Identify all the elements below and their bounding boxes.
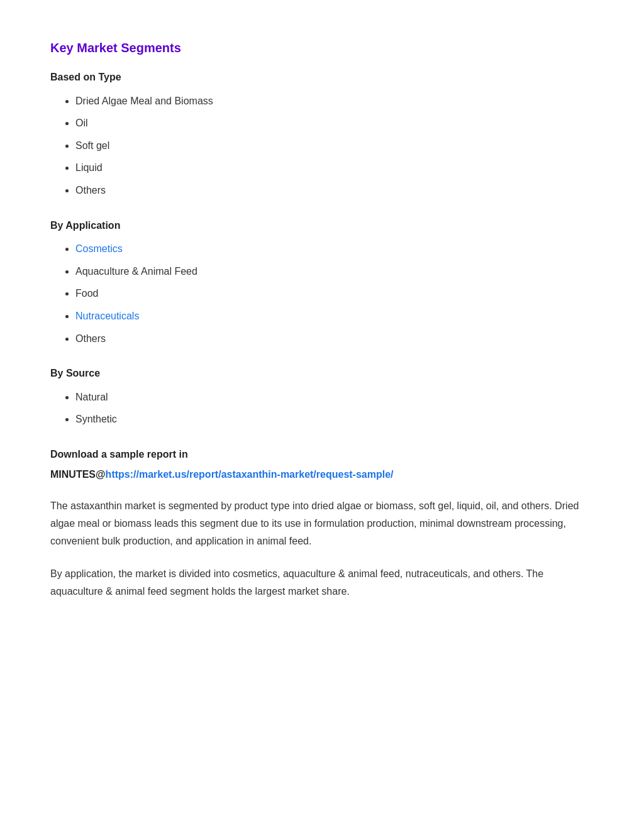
download-section: Download a sample report in MINUTES@http… — [50, 446, 594, 482]
download-prefix: MINUTES@ — [50, 469, 106, 480]
by-application-list: Cosmetics Aquaculture & Animal Feed Food… — [50, 241, 594, 346]
by-source-list: Natural Synthetic — [50, 389, 594, 428]
based-on-type-section: Based on Type Dried Algae Meal and Bioma… — [50, 69, 594, 199]
download-link-line: MINUTES@https://market.us/report/astaxan… — [50, 466, 594, 483]
list-item: Food — [75, 285, 594, 302]
paragraph-1: The astaxanthin market is segmented by p… — [50, 497, 594, 550]
cosmetics-link[interactable]: Cosmetics — [75, 243, 123, 254]
based-on-type-list: Dried Algae Meal and Biomass Oil Soft ge… — [50, 93, 594, 199]
list-item: Nutraceuticals — [75, 308, 594, 324]
paragraph-2: By application, the market is divided in… — [50, 565, 594, 600]
by-source-heading: By Source — [50, 365, 594, 382]
page-title: Key Market Segments — [50, 38, 594, 58]
list-item: Soft gel — [75, 138, 594, 154]
list-item: Synthetic — [75, 411, 594, 428]
list-item: Others — [75, 331, 594, 347]
list-item: Others — [75, 182, 594, 199]
list-item: Natural — [75, 389, 594, 405]
by-application-section: By Application Cosmetics Aquaculture & A… — [50, 218, 594, 347]
based-on-type-heading: Based on Type — [50, 69, 594, 86]
download-label: Download a sample report in — [50, 446, 594, 463]
list-item: Oil — [75, 115, 594, 131]
list-item: Liquid — [75, 160, 594, 176]
download-link[interactable]: https://market.us/report/astaxanthin-mar… — [106, 469, 394, 480]
nutraceuticals-link[interactable]: Nutraceuticals — [75, 311, 139, 321]
list-item: Dried Algae Meal and Biomass — [75, 93, 594, 109]
by-application-heading: By Application — [50, 218, 594, 234]
list-item: Aquaculture & Animal Feed — [75, 263, 594, 280]
list-item: Cosmetics — [75, 241, 594, 257]
by-source-section: By Source Natural Synthetic — [50, 365, 594, 428]
